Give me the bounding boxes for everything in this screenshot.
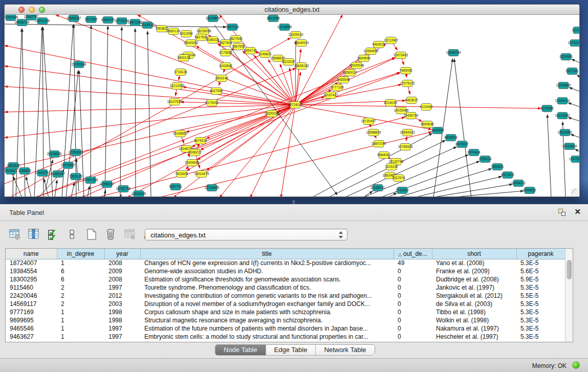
citation-edge-red[interactable] <box>295 15 342 105</box>
graph-node[interactable]: 8466160 <box>101 17 115 24</box>
table-cell[interactable]: 2009 <box>104 267 140 275</box>
graph-node[interactable]: 9827503 <box>194 34 208 41</box>
table-cell[interactable]: 18724007 <box>6 259 57 267</box>
graph-node[interactable]: 1733426 <box>396 187 409 194</box>
citation-edge-red[interactable] <box>186 105 295 132</box>
citation-edge-red[interactable] <box>295 41 296 105</box>
citation-edge-black[interactable] <box>398 169 492 196</box>
graph-node[interactable]: 13626153 <box>294 63 309 70</box>
graph-node[interactable]: 1615152 <box>385 164 398 170</box>
citation-edge-black[interactable] <box>5 24 226 27</box>
graph-node[interactable]: 9463627 <box>372 41 385 48</box>
citation-edge-red[interactable] <box>192 105 295 147</box>
table-cell[interactable]: 2008 <box>104 259 140 267</box>
citation-edge-red[interactable] <box>5 66 295 105</box>
graph-node[interactable]: 9329966 <box>559 54 573 60</box>
citation-edge-black[interactable] <box>571 135 579 138</box>
graph-node[interactable]: 7963822 <box>155 26 168 32</box>
table-cell[interactable]: Corpus callosum shape and size in male p… <box>140 308 394 316</box>
tab-network-table[interactable]: Network Table <box>316 345 374 355</box>
graph-node[interactable]: 15716485 <box>205 185 220 191</box>
graph-node[interactable]: 19218986 <box>277 24 292 31</box>
citation-edge-black[interactable] <box>572 59 579 63</box>
graph-node[interactable]: 1112648 <box>572 27 579 34</box>
graph-node[interactable]: 2935114 <box>479 156 492 163</box>
graph-node[interactable]: 12213383 <box>170 83 185 90</box>
graph-node[interactable]: 18807249 <box>372 141 386 147</box>
graph-node[interactable]: 1527802 <box>84 16 98 23</box>
graph-node[interactable]: 8998222 <box>188 149 202 156</box>
graph-node[interactable]: 8427552 <box>210 88 223 95</box>
table-cell[interactable]: Investigating the contribution of common… <box>140 292 394 300</box>
table-cell[interactable]: 0 <box>394 308 432 316</box>
graph-node[interactable]: 15720407 <box>361 118 376 125</box>
splitter-handle[interactable] <box>291 200 296 204</box>
table-row[interactable]: 969969511998Structural magnetic resonanc… <box>6 316 565 324</box>
table-cell[interactable]: Estimation of the future numbers of pati… <box>140 324 394 333</box>
graph-node[interactable]: 18226058 <box>197 28 211 35</box>
show-columns-icon[interactable] <box>26 227 41 242</box>
table-cell[interactable]: 2003 <box>104 300 140 308</box>
row-height-icon[interactable] <box>64 227 80 242</box>
graph-node[interactable]: 9827508 <box>219 40 232 47</box>
graph-node[interactable]: 10688809 <box>366 129 381 136</box>
graph-node[interactable]: 9660124 <box>167 28 180 35</box>
graph-node[interactable]: 17353993 <box>69 149 83 156</box>
table-cell[interactable]: 0 <box>394 316 432 324</box>
graph-node[interactable]: 17016504 <box>562 143 577 150</box>
graph-node[interactable]: 13325419 <box>289 32 303 38</box>
table-cell[interactable]: 5.3E-5 <box>516 300 565 308</box>
graph-node[interactable]: 14569117 <box>343 70 358 76</box>
graph-node[interactable]: 2867608 <box>232 43 245 50</box>
table-cell[interactable]: Dudbridge et al. (2008) <box>432 275 516 283</box>
table-cell[interactable]: 9465546 <box>6 324 57 333</box>
table-cell[interactable]: 2 <box>57 300 104 308</box>
graph-node[interactable]: 13023435 <box>132 191 146 197</box>
citation-edge-black[interactable] <box>449 191 524 196</box>
graph-node[interactable]: 9242848 <box>219 63 232 70</box>
table-row[interactable]: 946362711997Embryonic stem cells: a mode… <box>6 333 565 341</box>
graph-node[interactable]: 8912954 <box>180 31 193 37</box>
table-cell[interactable]: 5.6E-5 <box>516 267 565 275</box>
graph-node[interactable]: 1156863 <box>18 168 31 174</box>
table-cell[interactable]: 2 <box>57 283 104 292</box>
graph-node[interactable]: 15409946 <box>185 160 200 166</box>
table-cell[interactable]: 0 <box>394 275 432 283</box>
table-cell[interactable]: 2012 <box>104 292 140 300</box>
table-row[interactable]: 1938455462009Genome-wide association stu… <box>6 267 565 275</box>
table-cell[interactable]: 9463627 <box>6 333 57 341</box>
citation-edge-black[interactable] <box>575 149 579 152</box>
network-canvas[interactable]: 2105334624055724206914061294275710655287… <box>5 15 579 196</box>
table-cell[interactable]: 1 <box>57 259 104 267</box>
graph-node[interactable]: 12444134 <box>555 98 570 104</box>
graph-node[interactable]: 21053346 <box>5 15 18 21</box>
table-cell[interactable]: 18300295 <box>6 275 57 283</box>
citation-edge-black[interactable] <box>91 26 91 196</box>
graph-node[interactable]: 9827546 <box>229 36 243 42</box>
graph-node[interactable]: 7485063 <box>399 68 412 74</box>
citation-edge-black[interactable] <box>135 29 136 196</box>
graph-node[interactable]: 16543382 <box>184 40 199 47</box>
table-cell[interactable]: 5.3E-5 <box>516 333 565 341</box>
graph-node[interactable]: 10655287 <box>67 15 81 22</box>
graph-node[interactable]: 9699695 <box>357 55 371 62</box>
table-cell[interactable]: 6 <box>57 275 104 283</box>
graph-node[interactable]: 8938923 <box>444 135 458 141</box>
graph-node[interactable]: 22420046 <box>350 62 364 69</box>
citation-network-graph[interactable]: 2105334624055724206914061294275710655287… <box>5 15 579 196</box>
table-cell[interactable]: 0 <box>394 292 432 300</box>
tab-node-table[interactable]: Node Table <box>215 345 266 355</box>
scrollbar-thumb[interactable] <box>567 260 572 279</box>
graph-node[interactable]: 8215956 <box>540 105 554 112</box>
citation-edge-black[interactable] <box>105 26 108 196</box>
table-row[interactable]: 1456911722003Disruption of a novel membe… <box>6 300 565 308</box>
select-columns-icon[interactable] <box>46 227 61 242</box>
graph-node[interactable]: 8471676 <box>501 172 514 179</box>
table-cell[interactable]: Wolkin et al. (1998) <box>432 316 516 324</box>
graph-node[interactable]: 9227341 <box>565 68 579 75</box>
graph-node[interactable]: 10654112 <box>511 180 526 187</box>
graph-node[interactable]: 10975887 <box>61 162 76 169</box>
graph-node[interactable]: 7857224 <box>226 24 239 31</box>
graph-node[interactable]: 6479197 <box>455 141 469 148</box>
graph-node[interactable]: 16914479 <box>194 171 209 178</box>
